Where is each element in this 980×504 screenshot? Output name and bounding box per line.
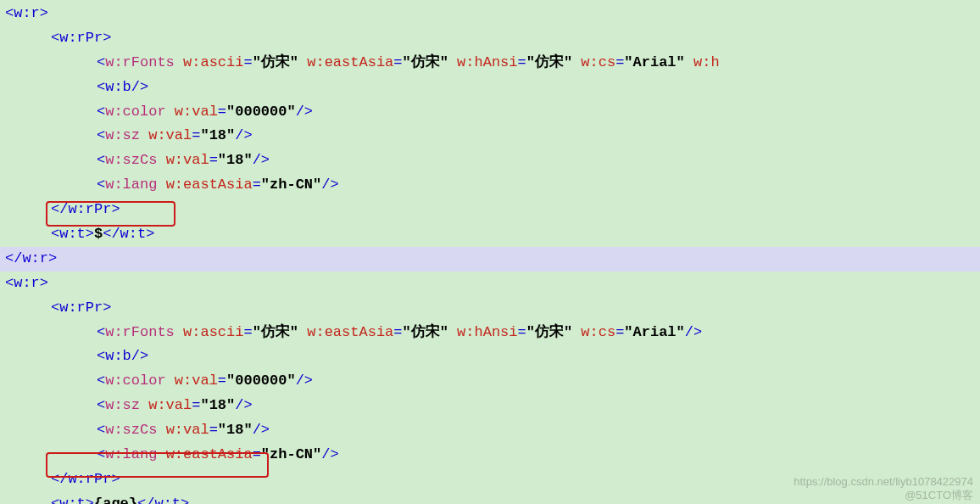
code-line: <w:sz w:val="18"/>	[0, 124, 980, 148]
tag-rpr-open: <w:rPr>	[51, 30, 111, 46]
code-line: <w:color w:val="000000"/>	[0, 369, 980, 394]
code-line: <w:lang w:eastAsia="zh-CN"/>	[0, 443, 980, 468]
code-line: <w:b/>	[0, 344, 980, 369]
code-line: <w:r>	[0, 2, 980, 26]
code-line: <w:lang w:eastAsia="zh-CN"/>	[0, 173, 980, 198]
code-line: <w:szCs w:val="18"/>	[0, 418, 980, 443]
code-line: <w:rPr>	[0, 26, 980, 51]
code-line: <w:sz w:val="18"/>	[0, 394, 980, 418]
watermark-line-1: https://blog.csdn.net/liyb1078422974	[793, 475, 973, 489]
code-line: <w:color w:val="000000"/>	[0, 100, 980, 125]
code-line-highlighted: </w:r>	[0, 247, 980, 272]
xml-code-block: <w:r> <w:rPr> <w:rFonts w:ascii="仿宋" w:e…	[0, 0, 980, 504]
code-line: <w:r>	[0, 272, 980, 296]
code-line: <w:rFonts w:ascii="仿宋" w:eastAsia="仿宋" w…	[0, 321, 980, 345]
code-line: <w:szCs w:val="18"/>	[0, 148, 980, 173]
code-line: <w:rPr>	[0, 296, 980, 321]
tag-wr-open: <w:r>	[5, 5, 48, 21]
code-line: <w:rFonts w:ascii="仿宋" w:eastAsia="仿宋" w…	[0, 51, 980, 76]
code-line-wt: <w:t>$</w:t>	[0, 222, 980, 247]
code-line: </w:rPr>	[0, 198, 980, 222]
code-line: <w:b/>	[0, 76, 980, 100]
watermark-line-2: @51CTO博客	[793, 489, 973, 502]
watermark: https://blog.csdn.net/liyb1078422974 @51…	[793, 475, 973, 503]
